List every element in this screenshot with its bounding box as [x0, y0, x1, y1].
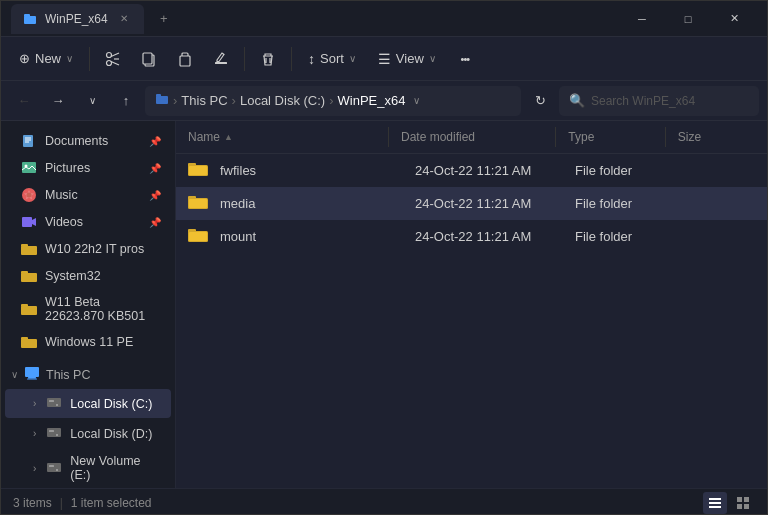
svg-rect-28: [21, 304, 28, 307]
documents-label: Documents: [45, 134, 108, 148]
svg-rect-52: [709, 498, 721, 500]
mount-type: File folder: [575, 229, 675, 244]
paste-button[interactable]: [168, 42, 202, 76]
close-button[interactable]: ✕: [711, 4, 757, 34]
sidebar-item-system32[interactable]: System32: [5, 263, 171, 289]
svg-rect-55: [737, 497, 742, 502]
sidebar-item-documents[interactable]: Documents 📌: [5, 128, 171, 154]
svg-rect-12: [156, 94, 161, 97]
tiles-view-toggle[interactable]: [731, 492, 755, 514]
svg-rect-54: [709, 506, 721, 508]
sidebar-item-local-disk-c[interactable]: › Local Disk (C:): [5, 389, 171, 418]
sort-button[interactable]: ↕ Sort ∨: [298, 42, 366, 76]
copy-button[interactable]: [132, 42, 166, 76]
main-layout: Documents 📌 Pictures 📌 Music 📌 Videos 📌: [1, 121, 767, 488]
back-button[interactable]: ←: [9, 86, 39, 116]
tab-close-button[interactable]: ✕: [116, 11, 132, 27]
rename-button[interactable]: [204, 42, 238, 76]
breadcrumb-sep-3: ›: [329, 93, 333, 108]
maximize-button[interactable]: □: [665, 4, 711, 34]
file-area: Name ▲ Date modified Type Size fwfiles: [176, 121, 767, 488]
breadcrumb-bar[interactable]: › This PC › Local Disk (C:) › WinPE_x64 …: [145, 86, 521, 116]
toolbar-divider-3: [291, 47, 292, 71]
svg-rect-26: [21, 271, 28, 274]
forward-button[interactable]: →: [43, 86, 73, 116]
new-button[interactable]: ⊕ New ∨: [9, 42, 83, 76]
system32-label: System32: [45, 269, 101, 283]
videos-pin-icon: 📌: [149, 217, 161, 228]
local-disk-c-expand-icon: ›: [33, 398, 36, 409]
sidebar-item-pictures[interactable]: Pictures 📌: [5, 155, 171, 181]
svg-rect-10: [215, 62, 227, 64]
documents-icon: [21, 133, 37, 149]
media-type: File folder: [575, 196, 675, 211]
file-name-media: media: [188, 194, 415, 213]
svg-rect-38: [49, 430, 54, 432]
breadcrumb-this-pc[interactable]: This PC: [181, 93, 227, 108]
breadcrumb-folder-icon: [155, 92, 169, 109]
breadcrumb-current[interactable]: WinPE_x64: [338, 93, 406, 108]
svg-rect-13: [23, 135, 33, 147]
col-type-header[interactable]: Type: [568, 130, 665, 144]
col-size-header[interactable]: Size: [678, 130, 755, 144]
col-date-label: Date modified: [401, 130, 475, 144]
system32-folder-icon: [21, 268, 37, 284]
cut-button[interactable]: [96, 42, 130, 76]
minimize-button[interactable]: ─: [619, 4, 665, 34]
col-date-header[interactable]: Date modified: [401, 130, 555, 144]
new-chevron-icon: ∨: [66, 53, 73, 64]
videos-label: Videos: [45, 215, 83, 229]
sidebar-item-videos[interactable]: Videos 📌: [5, 209, 171, 235]
more-button[interactable]: •••: [448, 42, 482, 76]
svg-rect-27: [21, 306, 37, 315]
more-icon: •••: [461, 53, 470, 65]
details-view-toggle[interactable]: [703, 492, 727, 514]
breadcrumb-dropdown-icon[interactable]: ∨: [413, 95, 420, 106]
this-pc-header[interactable]: ∨ This PC: [1, 361, 175, 388]
addressbar: ← → ∨ ↑ › This PC › Local Disk (C:) › Wi…: [1, 81, 767, 121]
col-name-label: Name: [188, 130, 220, 144]
window-controls: ─ □ ✕: [619, 4, 757, 34]
pictures-label: Pictures: [45, 161, 90, 175]
col-name-header[interactable]: Name ▲: [188, 130, 388, 144]
documents-pin-icon: 📌: [149, 136, 161, 147]
folder-icon-mount: [188, 227, 208, 246]
sidebar-item-music[interactable]: Music 📌: [5, 182, 171, 208]
search-bar[interactable]: 🔍 Search WinPE_x64: [559, 86, 759, 116]
svg-rect-41: [49, 465, 54, 467]
svg-rect-57: [737, 504, 742, 509]
recent-locations-button[interactable]: ∨: [77, 86, 107, 116]
col-size-label: Size: [678, 130, 701, 144]
view-button[interactable]: ☰ View ∨: [368, 42, 446, 76]
sidebar-item-w10[interactable]: W10 22h2 IT pros: [5, 236, 171, 262]
window-tab[interactable]: WinPE_x64 ✕: [11, 4, 144, 34]
w10-label: W10 22h2 IT pros: [45, 242, 144, 256]
statusbar-separator: |: [60, 496, 63, 510]
local-disk-d-label: Local Disk (D:): [70, 427, 152, 441]
sidebar-item-w11beta[interactable]: W11 Beta 22623.870 KB501: [5, 290, 171, 328]
breadcrumb-sep-2: ›: [232, 93, 236, 108]
refresh-button[interactable]: ↻: [525, 86, 555, 116]
up-button[interactable]: ↑: [111, 86, 141, 116]
svg-rect-23: [21, 246, 37, 255]
delete-button[interactable]: [251, 42, 285, 76]
sidebar-item-new-volume-e[interactable]: › New Volume (E:): [5, 449, 171, 487]
local-disk-d-icon: [46, 424, 62, 443]
breadcrumb-local-disk[interactable]: Local Disk (C:): [240, 93, 325, 108]
mount-name: mount: [220, 229, 256, 244]
media-date: 24-Oct-22 11:21 AM: [415, 196, 575, 211]
svg-rect-56: [744, 497, 749, 502]
sidebar-item-local-disk-d[interactable]: › Local Disk (D:): [5, 419, 171, 448]
fwfiles-name: fwfiles: [220, 163, 256, 178]
svg-rect-45: [189, 166, 207, 175]
col-divider-1: [388, 127, 389, 147]
sidebar-item-win11pe[interactable]: Windows 11 PE: [5, 329, 171, 355]
selected-count: 1 item selected: [71, 496, 152, 510]
new-tab-button[interactable]: +: [152, 7, 176, 31]
svg-rect-51: [189, 232, 207, 241]
table-row[interactable]: fwfiles 24-Oct-22 11:21 AM File folder: [176, 154, 767, 187]
table-row[interactable]: mount 24-Oct-22 11:21 AM File folder: [176, 220, 767, 253]
w11beta-label: W11 Beta 22623.870 KB501: [45, 295, 161, 323]
svg-rect-31: [25, 367, 39, 377]
table-row[interactable]: media 24-Oct-22 11:21 AM File folder: [176, 187, 767, 220]
